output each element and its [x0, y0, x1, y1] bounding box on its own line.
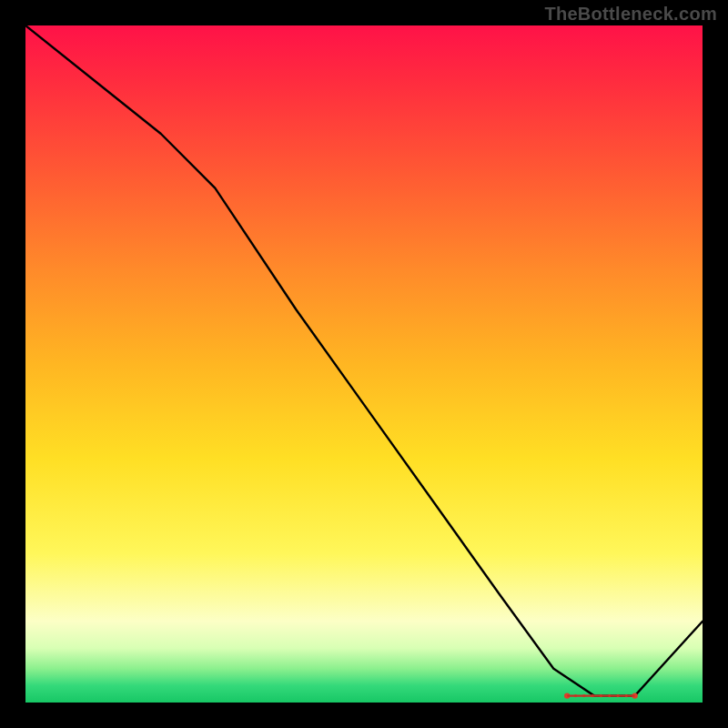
plot-area	[25, 25, 703, 703]
watermark-text: TheBottleneck.com	[544, 4, 717, 25]
svg-rect-9	[567, 694, 634, 696]
chart-frame: TheBottleneck.com	[0, 0, 728, 728]
bottleneck-curve	[25, 25, 703, 696]
chart-overlay	[25, 25, 703, 703]
optimal-marker	[564, 693, 638, 698]
